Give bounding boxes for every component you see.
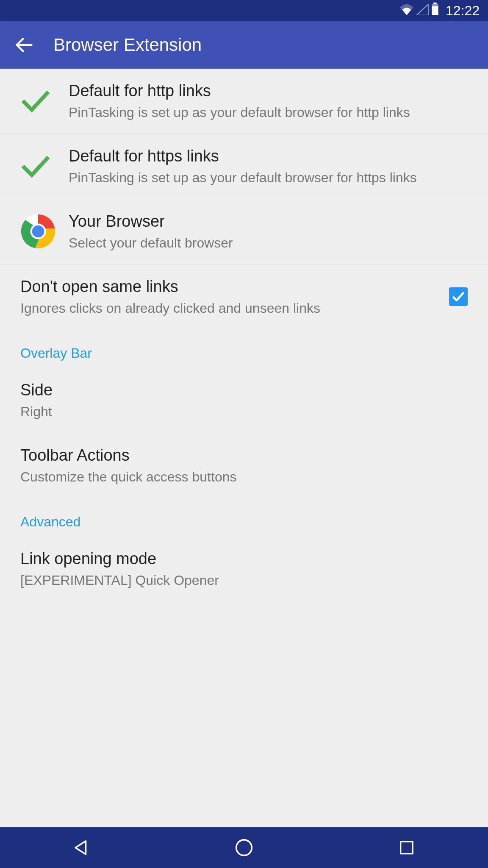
row-title: Your Browser <box>69 211 468 232</box>
chrome-icon <box>20 214 61 249</box>
row-toolbar-actions[interactable]: Toolbar Actions Customize the quick acce… <box>0 433 488 498</box>
row-subtitle: Customize the quick access buttons <box>20 468 468 486</box>
row-title: Toolbar Actions <box>20 445 468 466</box>
section-advanced: Advanced <box>0 498 488 537</box>
battery-icon <box>431 3 439 19</box>
wifi-icon <box>400 3 413 19</box>
row-title: Default for https links <box>69 146 468 167</box>
svg-point-7 <box>236 840 252 856</box>
settings-list: Default for http links PinTasking is set… <box>0 69 488 594</box>
row-subtitle: Right <box>20 403 468 421</box>
svg-rect-0 <box>433 3 437 4</box>
row-dont-open-same[interactable]: Don't open same links Ignores clicks on … <box>0 264 488 329</box>
checkbox-same-links[interactable] <box>449 287 468 306</box>
page-title: Browser Extension <box>53 35 202 55</box>
row-your-browser[interactable]: Your Browser Select your default browser <box>0 199 488 264</box>
svg-point-6 <box>32 225 44 238</box>
row-side[interactable]: Side Right <box>0 368 488 433</box>
nav-recents-button[interactable] <box>394 835 419 860</box>
app-bar: Browser Extension <box>0 21 488 69</box>
row-subtitle: [EXPERIMENTAL] Quick Opener <box>20 572 468 590</box>
back-button[interactable] <box>14 35 34 55</box>
row-title: Link opening mode <box>20 548 468 569</box>
svg-rect-8 <box>401 842 413 854</box>
row-subtitle: Ignores clicks on already clicked and un… <box>20 300 441 317</box>
row-subtitle: Select your default browser <box>69 234 468 252</box>
check-icon <box>20 151 61 181</box>
status-time: 12:22 <box>446 3 480 19</box>
row-default-https[interactable]: Default for https links PinTasking is se… <box>0 134 488 199</box>
row-subtitle: PinTasking is set up as your default bro… <box>69 104 468 122</box>
row-title: Default for http links <box>69 81 468 101</box>
status-bar: 12:22 <box>0 0 488 21</box>
svg-rect-2 <box>432 6 438 15</box>
row-link-opening-mode[interactable]: Link opening mode [EXPERIMENTAL] Quick O… <box>0 537 488 594</box>
nav-back-button[interactable] <box>69 835 94 860</box>
cell-icon <box>416 3 429 19</box>
row-subtitle: PinTasking is set up as your default bro… <box>69 169 468 187</box>
row-title: Side <box>20 380 468 401</box>
section-overlay-bar: Overlay Bar <box>0 329 488 368</box>
row-default-http[interactable]: Default for http links PinTasking is set… <box>0 69 488 134</box>
nav-home-button[interactable] <box>231 835 257 860</box>
navigation-bar <box>0 827 488 868</box>
check-icon <box>20 86 61 116</box>
row-title: Don't open same links <box>20 276 441 297</box>
